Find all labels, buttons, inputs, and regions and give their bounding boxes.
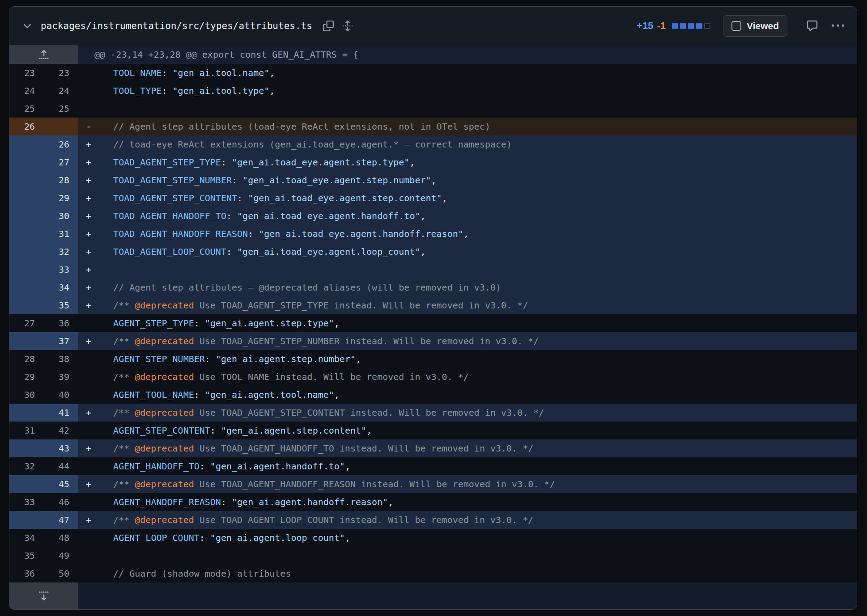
old-line-number[interactable] (9, 261, 44, 278)
hunk-header-text: @@ -23,14 +23,28 @@ export const GEN_AI_… (78, 45, 857, 64)
code-token (102, 68, 113, 78)
new-line-number[interactable]: 44 (44, 457, 78, 475)
old-line-number[interactable]: 33 (9, 493, 44, 511)
new-line-number[interactable]: 34 (44, 278, 78, 296)
old-line-number[interactable]: 34 (9, 529, 44, 547)
code-token: , (345, 461, 350, 472)
old-line-number[interactable] (9, 439, 44, 457)
viewed-checkbox[interactable] (731, 21, 741, 31)
code-token: "gen_ai.toad_eye.agent.step.number" (242, 175, 431, 186)
code-token: "gen_ai.toad_eye.agent.step.content" (248, 193, 442, 203)
diff-line: 33+ (9, 261, 857, 278)
old-line-number[interactable] (9, 189, 44, 207)
new-line-number[interactable]: 45 (44, 475, 78, 493)
diff-marker: + (78, 278, 99, 296)
new-line-number[interactable]: 28 (44, 171, 78, 189)
code-token: TOOL_TYPE (113, 85, 162, 96)
diff-marker (78, 314, 99, 332)
old-line-number[interactable] (9, 153, 44, 171)
code-token: "gen_ai.toad_eye.agent.handoff.to" (237, 211, 420, 221)
new-line-number[interactable]: 27 (44, 153, 78, 171)
diff-line: 35+ /** @deprecated Use TOAD_AGENT_STEP_… (9, 296, 857, 314)
old-line-number[interactable] (9, 475, 44, 493)
code-content (99, 100, 857, 118)
file-path[interactable]: packages/instrumentation/src/types/attri… (41, 21, 312, 31)
old-line-number[interactable] (9, 278, 44, 296)
code-content: AGENT_HANDOFF_TO: "gen_ai.agent.handoff.… (99, 457, 857, 475)
diffstat-block-addition (696, 23, 702, 29)
diff-marker: + (78, 153, 99, 171)
new-line-number[interactable]: 41 (44, 404, 78, 422)
new-line-number[interactable]: 43 (44, 439, 78, 457)
new-line-number[interactable]: 40 (44, 386, 78, 404)
old-line-number[interactable]: 31 (9, 422, 44, 439)
old-line-number[interactable] (9, 171, 44, 189)
diff-line: 2424 TOOL_TYPE: "gen_ai.tool.type", (9, 82, 857, 100)
new-line-number[interactable]: 24 (44, 82, 78, 100)
new-line-number[interactable]: 23 (44, 64, 78, 82)
collapse-file-button[interactable] (20, 19, 34, 33)
file-options-button[interactable] (830, 18, 846, 34)
new-line-number[interactable]: 25 (44, 100, 78, 118)
old-line-number[interactable] (9, 404, 44, 422)
new-line-number[interactable]: 30 (44, 207, 78, 225)
diff-line: 28+ TOAD_AGENT_STEP_NUMBER: "gen_ai.toad… (9, 171, 857, 189)
expand-down-button[interactable] (9, 582, 78, 609)
new-line-number[interactable]: 36 (44, 314, 78, 332)
new-line-number[interactable]: 31 (44, 225, 78, 243)
new-line-number[interactable]: 29 (44, 189, 78, 207)
new-line-number[interactable]: 48 (44, 529, 78, 547)
new-line-number[interactable]: 32 (44, 243, 78, 261)
old-line-number[interactable]: 27 (9, 314, 44, 332)
old-line-number[interactable] (9, 135, 44, 153)
copy-path-button[interactable] (321, 19, 336, 33)
new-line-number[interactable]: 46 (44, 493, 78, 511)
new-line-number[interactable]: 39 (44, 368, 78, 386)
code-token: "gen_ai.tool.type" (173, 85, 270, 96)
new-line-number[interactable]: 35 (44, 296, 78, 314)
diffstat-block-addition (680, 23, 686, 29)
comment-button[interactable] (804, 18, 820, 34)
code-token: /** (102, 407, 135, 418)
old-line-number[interactable]: 26 (9, 118, 44, 135)
new-line-number[interactable] (44, 118, 78, 135)
code-content: // Agent step attributes (toad-eye ReAct… (99, 118, 857, 135)
new-line-number[interactable]: 49 (44, 547, 78, 565)
old-line-number[interactable]: 28 (9, 350, 44, 368)
file-header: packages/instrumentation/src/types/attri… (9, 7, 857, 45)
old-line-number[interactable]: 29 (9, 368, 44, 386)
diff-line: 26+ // toad-eye ReAct extensions (gen_ai… (9, 135, 857, 153)
viewed-button[interactable]: Viewed (723, 15, 787, 37)
new-line-number[interactable]: 47 (44, 511, 78, 529)
code-token: , (463, 228, 469, 239)
new-line-number[interactable]: 50 (44, 565, 78, 582)
expand-all-button[interactable] (340, 17, 355, 34)
additions-count: +15 (637, 20, 653, 32)
code-token: Use TOAD_AGENT_STEP_CONTENT instead. Wil… (194, 407, 544, 418)
new-line-number[interactable]: 37 (44, 332, 78, 350)
old-line-number[interactable] (9, 332, 44, 350)
new-line-number[interactable]: 26 (44, 135, 78, 153)
old-line-number[interactable] (9, 243, 44, 261)
old-line-number[interactable] (9, 207, 44, 225)
code-token: : (200, 461, 210, 472)
code-token: "gen_ai.agent.tool.name" (205, 389, 334, 400)
old-line-number[interactable]: 30 (9, 386, 44, 404)
new-line-number[interactable]: 38 (44, 350, 78, 368)
code-token (102, 461, 113, 472)
code-content (99, 547, 857, 565)
old-line-number[interactable]: 23 (9, 64, 44, 82)
old-line-number[interactable]: 24 (9, 82, 44, 100)
old-line-number[interactable] (9, 296, 44, 314)
old-line-number[interactable] (9, 511, 44, 529)
new-line-number[interactable]: 33 (44, 261, 78, 278)
code-token: // toad-eye ReAct extensions (gen_ai.toa… (102, 139, 512, 150)
old-line-number[interactable]: 32 (9, 457, 44, 475)
old-line-number[interactable]: 35 (9, 547, 44, 565)
code-token: , (345, 532, 350, 543)
old-line-number[interactable] (9, 225, 44, 243)
old-line-number[interactable]: 25 (9, 100, 44, 118)
expand-up-button[interactable] (9, 45, 78, 64)
old-line-number[interactable]: 36 (9, 565, 44, 582)
new-line-number[interactable]: 42 (44, 422, 78, 439)
